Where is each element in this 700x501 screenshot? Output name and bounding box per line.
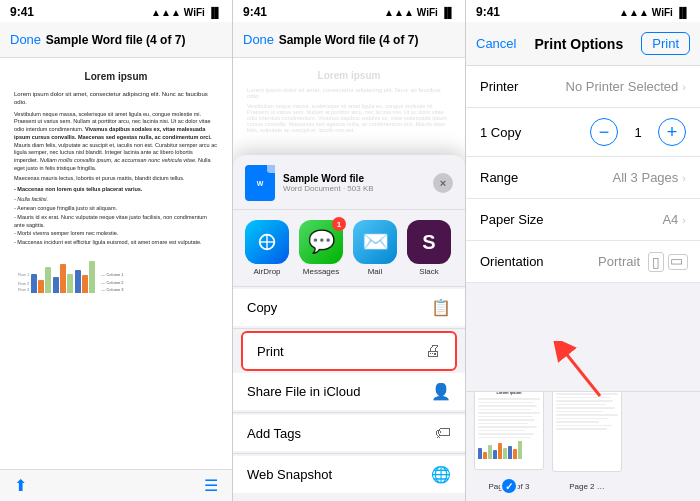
share-sheet-close[interactable]: × <box>433 173 453 193</box>
share-button[interactable]: ⬆ <box>14 476 27 495</box>
doc-para-2: Vestibulum neque massa, scelerisque sit … <box>14 111 218 173</box>
slack-item[interactable]: S Slack <box>407 220 451 276</box>
bottom-toolbar: ⬆ ☰ <box>0 469 232 501</box>
status-icons: ▲▲▲ WiFi ▐▌ <box>151 7 222 18</box>
file-meta: Word Document · 503 KB <box>283 184 425 193</box>
share-sheet: W Sample Word file Word Document · 503 K… <box>233 155 465 501</box>
paper-size-value: A4 <box>662 212 678 227</box>
orientation-value: Portrait <box>598 254 640 269</box>
no-printer-value: No Printer Selected <box>566 79 679 94</box>
page-1-preview: Lorem ipsum <box>474 391 544 470</box>
print-button[interactable]: Print <box>641 32 690 55</box>
airdrop-icon <box>245 220 289 264</box>
messages-icon: 💬 1 <box>299 220 343 264</box>
print-label: Print <box>257 344 284 359</box>
page-2-thumb[interactable]: Page 2 … <box>552 391 622 491</box>
increase-copies-button[interactable]: + <box>658 118 686 146</box>
slack-label: Slack <box>419 267 439 276</box>
airdrop-item[interactable]: AirDrop <box>245 220 289 276</box>
doc-item-0: - Nulla facilisi. <box>14 196 218 204</box>
mail-item[interactable]: ✉️ Mail <box>353 220 397 276</box>
copy-icon: 📋 <box>431 298 451 317</box>
print-action[interactable]: Print 🖨 <box>241 331 457 371</box>
nav-bar-2: Done Sample Word file (4 of 7) <box>233 22 465 58</box>
orientation-value-row: Portrait ▯ ▯ <box>598 252 686 272</box>
range-value: All 3 Pages <box>613 170 679 185</box>
share-sheet-panel: 9:41 ▲▲▲ WiFi ▐▌ Done Sample Word file (… <box>233 0 466 501</box>
print-nav: Cancel Print Options Print <box>466 22 700 66</box>
icloud-icon: 👤 <box>431 382 451 401</box>
status-bar-3: 9:41 ▲▲▲ WiFi ▐▌ <box>466 0 700 22</box>
doc-body: Lorem ipsum dolor sit amet, consectetur … <box>14 90 218 247</box>
thumb-section: Lorem ipsum <box>466 391 700 501</box>
doc-item-4: - Maccenas incidunt est efficitur ligula… <box>14 239 218 247</box>
cancel-button[interactable]: Cancel <box>476 36 516 51</box>
tags-action[interactable]: Add Tags 🏷 <box>233 415 465 451</box>
page-1-thumb[interactable]: Lorem ipsum <box>474 391 544 491</box>
printer-row[interactable]: Printer No Printer Selected › <box>466 66 700 108</box>
orientation-row[interactable]: Orientation Portrait ▯ ▯ <box>466 241 700 283</box>
copy-action[interactable]: Copy 📋 <box>233 289 465 326</box>
web-snapshot-icon: 🌐 <box>431 465 451 484</box>
status-time-2: 9:41 <box>243 5 267 19</box>
section-gap <box>466 283 700 303</box>
portrait-icon[interactable]: ▯ <box>648 252 664 272</box>
icloud-label: Share File in iCloud <box>247 384 360 399</box>
printer-value-row: No Printer Selected › <box>566 79 686 94</box>
doc-item-3: - Morbi viverra semper lorem nec molesti… <box>14 230 218 238</box>
mail-label: Mail <box>368 267 383 276</box>
range-row[interactable]: Range All 3 Pages › <box>466 157 700 199</box>
messages-badge: 1 <box>332 217 346 231</box>
airdrop-label: AirDrop <box>253 267 280 276</box>
doc-item-2: - Mauris id ex erat. Nunc vulputate nequ… <box>14 214 218 229</box>
nav-title: Sample Word file (4 of 7) <box>41 33 190 47</box>
status-icons-2: ▲▲▲ WiFi ▐▌ <box>384 7 455 18</box>
paper-size-label: Paper Size <box>480 212 544 227</box>
copies-control: − 1 + <box>590 118 686 146</box>
tags-label: Add Tags <box>247 426 301 441</box>
print-options-panel: 9:41 ▲▲▲ WiFi ▐▌ Cancel Print Options Pr… <box>466 0 700 501</box>
thumb-chart <box>478 441 540 459</box>
landscape-icon[interactable]: ▯ <box>668 254 688 270</box>
paper-size-value-row: A4 › <box>662 212 686 227</box>
messages-item[interactable]: 💬 1 Messages <box>299 220 343 276</box>
copies-number: 1 <box>628 125 648 140</box>
share-sheet-header: W Sample Word file Word Document · 503 K… <box>233 155 465 207</box>
print-options-title: Print Options <box>535 36 624 52</box>
paper-size-chevron-icon: › <box>682 214 686 226</box>
status-bar-2: 9:41 ▲▲▲ WiFi ▐▌ <box>233 0 465 22</box>
signal-icon-3: ▲▲▲ <box>619 7 649 18</box>
decrease-copies-button[interactable]: − <box>590 118 618 146</box>
printer-chevron-icon: › <box>682 81 686 93</box>
battery-icon: ▐▌ <box>208 7 222 18</box>
range-label: Range <box>480 170 518 185</box>
copy-label: Copy <box>247 300 277 315</box>
signal-icon: ▲▲▲ <box>151 7 181 18</box>
copies-row: 1 Copy − 1 + <box>466 108 700 157</box>
done-button[interactable]: Done <box>10 32 41 47</box>
file-name: Sample Word file <box>283 173 425 184</box>
svg-line-4 <box>560 346 600 396</box>
range-chevron-icon: › <box>682 172 686 184</box>
copies-label: 1 Copy <box>480 125 521 140</box>
messages-label: Messages <box>303 267 339 276</box>
nav-title-2: Sample Word file (4 of 7) <box>274 33 423 47</box>
battery-icon-3: ▐▌ <box>676 7 690 18</box>
nav-bar: Done Sample Word file (4 of 7) <box>0 22 232 58</box>
printer-label: Printer <box>480 79 518 94</box>
orientation-label: Orientation <box>480 254 544 269</box>
range-value-row: All 3 Pages › <box>613 170 686 185</box>
page-1-check: ✓ <box>500 477 518 495</box>
battery-icon-2: ▐▌ <box>441 7 455 18</box>
web-snapshot-action[interactable]: Web Snapshot 🌐 <box>233 456 465 493</box>
paper-size-row[interactable]: Paper Size A4 › <box>466 199 700 241</box>
wifi-icon: WiFi <box>184 7 205 18</box>
tags-icon: 🏷 <box>435 424 451 442</box>
status-time-3: 9:41 <box>476 5 500 19</box>
signal-icon-2: ▲▲▲ <box>384 7 414 18</box>
icloud-action[interactable]: Share File in iCloud 👤 <box>233 373 465 410</box>
list-view-button[interactable]: ☰ <box>204 476 218 495</box>
app-icons-row: AirDrop 💬 1 Messages ✉️ Mail S <box>233 212 465 284</box>
done-button-2[interactable]: Done <box>243 32 274 47</box>
status-bar: 9:41 ▲▲▲ WiFi ▐▌ <box>0 0 232 22</box>
